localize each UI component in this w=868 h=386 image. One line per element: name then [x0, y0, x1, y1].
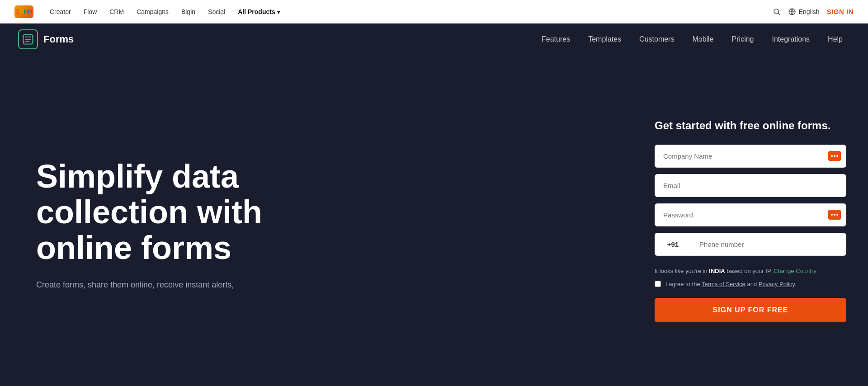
email-input[interactable] — [655, 174, 846, 197]
nav-creator[interactable]: Creator — [44, 5, 76, 18]
main-nav-templates[interactable]: Templates — [581, 32, 628, 47]
hero-subtitle: Create forms, share them online, receive… — [36, 278, 289, 292]
all-products-chevron-icon — [277, 8, 280, 15]
nav-campaigns[interactable]: Campaigns — [131, 5, 174, 18]
hero-title: Simplify data collection with online for… — [36, 159, 316, 266]
language-label: English — [799, 8, 820, 15]
top-nav-links: Creator Flow CRM Campaigns Bigin Social … — [44, 5, 773, 18]
privacy-policy-link[interactable]: Privacy Policy — [759, 281, 795, 287]
terms-and: and — [745, 281, 759, 287]
search-button[interactable] — [773, 8, 781, 16]
company-name-input[interactable] — [655, 145, 846, 168]
nav-crm[interactable]: CRM — [104, 5, 129, 18]
signup-panel: Get started with free online forms. — [633, 55, 868, 386]
password-group — [655, 203, 846, 226]
location-suffix: based on your IP. — [725, 268, 772, 274]
main-nav-pricing[interactable]: Pricing — [725, 32, 761, 47]
signup-heading: Get started with free online forms. — [655, 119, 846, 132]
main-nav-features[interactable]: Features — [534, 32, 577, 47]
password-options-button[interactable] — [828, 210, 841, 220]
change-country-link[interactable]: Change Country — [774, 268, 816, 274]
nav-flow[interactable]: Flow — [78, 5, 103, 18]
main-nav-mobile[interactable]: Mobile — [685, 32, 721, 47]
zoho-logo-box: ZOHO — [14, 5, 33, 18]
phone-code-input[interactable] — [655, 233, 691, 256]
logo-o2: O — [28, 8, 32, 15]
location-country: INDIA — [709, 268, 725, 274]
logo-h: H — [24, 8, 28, 15]
logo-z: Z — [16, 8, 19, 15]
zoho-logo[interactable]: ZOHO — [14, 5, 33, 18]
terms-checkbox-group: I agree to the Terms of Service and Priv… — [655, 280, 846, 289]
phone-group — [655, 233, 846, 256]
forms-logo-text: Forms — [43, 33, 74, 45]
signup-button[interactable]: SIGN UP FOR FREE — [655, 298, 846, 322]
terms-prefix: I agree to the — [665, 281, 702, 287]
top-nav-right: English SIGN IN — [773, 8, 854, 16]
terms-of-service-link[interactable]: Terms of Service — [702, 281, 745, 287]
main-navigation: Forms Features Templates Customers Mobil… — [0, 24, 868, 55]
all-products-label: All Products — [238, 8, 275, 15]
company-name-group — [655, 145, 846, 168]
logo-o1: O — [19, 8, 24, 15]
main-nav-help[interactable]: Help — [821, 32, 850, 47]
password-input[interactable] — [655, 203, 846, 226]
main-nav-integrations[interactable]: Integrations — [764, 32, 817, 47]
email-group — [655, 174, 846, 197]
top-navigation: ZOHO Creator Flow CRM Campaigns Bigin So… — [0, 0, 868, 24]
company-name-options-button[interactable] — [828, 151, 841, 161]
search-icon — [773, 8, 781, 16]
globe-icon — [788, 8, 796, 16]
svg-line-1 — [778, 13, 780, 15]
location-prefix: It looks like you're in — [655, 268, 709, 274]
phone-number-input[interactable] — [691, 233, 846, 256]
hero-section: Simplify data collection with online for… — [0, 55, 868, 386]
nav-all-products[interactable]: All Products — [232, 5, 285, 18]
terms-checkbox[interactable] — [655, 281, 661, 287]
main-nav-customers[interactable]: Customers — [632, 32, 681, 47]
forms-logo-icon — [18, 29, 38, 49]
terms-label: I agree to the Terms of Service and Priv… — [665, 280, 796, 289]
hero-left: Simplify data collection with online for… — [0, 55, 633, 386]
password-dots-icon — [831, 214, 838, 216]
main-nav-links: Features Templates Customers Mobile Pric… — [101, 32, 850, 47]
dots-icon — [831, 155, 838, 157]
location-note: It looks like you're in INDIA based on y… — [655, 267, 846, 276]
forms-logo[interactable]: Forms — [18, 29, 74, 49]
language-button[interactable]: English — [788, 8, 820, 16]
sign-in-button[interactable]: SIGN IN — [827, 8, 854, 15]
nav-bigin[interactable]: Bigin — [176, 5, 201, 18]
terms-period: . — [795, 281, 797, 287]
nav-social[interactable]: Social — [203, 5, 231, 18]
